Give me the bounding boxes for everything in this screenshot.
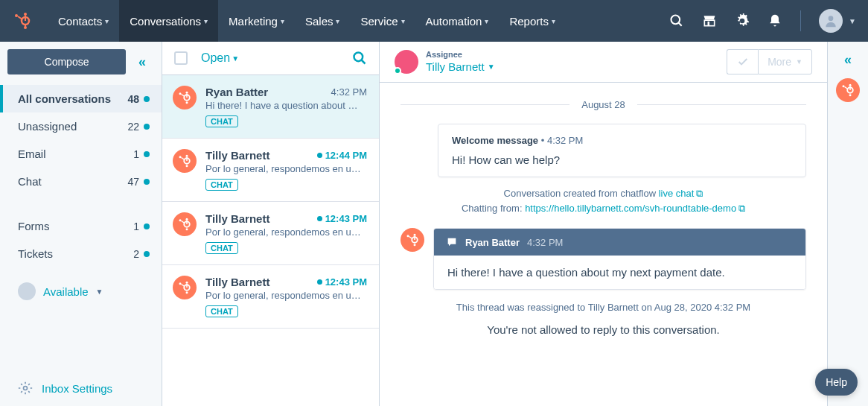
chevron-down-icon: ▼	[849, 17, 856, 25]
svg-point-11	[829, 16, 834, 21]
conversation-preview: Por lo general, respondemos en u…	[205, 163, 367, 174]
sidebar-item-email[interactable]: Email1	[0, 140, 162, 168]
svg-point-41	[407, 235, 409, 237]
reassignment-notice: This thread was reassigned to Tilly Barn…	[401, 302, 806, 313]
svg-line-8	[679, 23, 682, 26]
conversation-list-header: Open ▼	[162, 42, 379, 75]
svg-point-18	[186, 101, 188, 104]
conversation-detail: Assignee Tilly Barnett ▼ More ▼	[380, 42, 828, 406]
chevron-down-icon: ▾	[552, 17, 555, 25]
conversation-item[interactable]: Tilly Barnett12:43 PMPor lo general, res…	[162, 202, 379, 265]
contact-avatar[interactable]	[836, 78, 860, 102]
inbox-settings-link[interactable]: Inbox Settings	[0, 369, 162, 406]
more-button[interactable]: More ▼	[758, 49, 812, 74]
svg-point-47	[843, 85, 845, 87]
nav-contacts[interactable]: Contacts▾	[48, 0, 119, 42]
assignee-selector[interactable]: Assignee Tilly Barnett ▼	[395, 50, 495, 74]
message-header: Ryan Batter 4:32 PM	[434, 229, 805, 256]
search-icon[interactable]	[669, 13, 684, 28]
svg-point-36	[186, 291, 188, 294]
nav-label: Service	[360, 15, 398, 28]
sidebar-item-forms[interactable]: Forms1	[0, 212, 162, 240]
sidebar-item-chat[interactable]: Chat47	[0, 168, 162, 195]
avatar-icon	[18, 282, 36, 300]
chevron-down-icon: ▼	[96, 288, 103, 296]
welcome-message-card: Welcome message • 4:32 PM Hi! How can we…	[438, 124, 806, 177]
conversation-item[interactable]: Ryan Batter4:32 PMHi there! I have a que…	[162, 75, 379, 139]
conversation-list-column: Open ▼ Ryan Batter4:32 PMHi there! I hav…	[162, 42, 380, 406]
svg-point-28	[186, 218, 188, 221]
unread-dot	[317, 279, 322, 285]
expand-panel-icon[interactable]: «	[844, 52, 852, 68]
reply-restriction: You're not allowed to reply to this conv…	[401, 323, 806, 336]
nav-service[interactable]: Service▾	[350, 0, 415, 42]
help-button[interactable]: Help	[815, 369, 858, 396]
nav-automation[interactable]: Automation▾	[415, 0, 500, 42]
message-time: 4:32 PM	[527, 237, 563, 248]
chevron-down-icon: ▾	[336, 17, 339, 25]
svg-point-16	[186, 92, 188, 94]
svg-line-26	[182, 158, 185, 160]
sidebar-item-count: 22	[127, 121, 139, 133]
conversation-time: 12:44 PM	[317, 150, 367, 161]
sidebar-item-label: Forms	[18, 220, 50, 232]
chevron-down-icon: ▾	[105, 17, 109, 25]
external-link-icon: ⧉	[696, 188, 703, 200]
bell-icon[interactable]	[768, 13, 782, 28]
conversation-avatar	[173, 212, 197, 236]
nav-marketing[interactable]: Marketing▾	[218, 0, 295, 42]
gear-icon	[18, 381, 33, 396]
svg-point-35	[179, 282, 182, 285]
welcome-message-time: 4:32 PM	[547, 135, 583, 146]
gear-icon[interactable]	[735, 13, 750, 28]
chatting-from-link[interactable]: https://hello.tillybarnett.com/svh-round…	[525, 203, 736, 214]
chatflow-meta: Conversation created from chatflow live …	[401, 188, 806, 200]
sidebar-item-label: Chat	[18, 175, 42, 188]
nav-reports[interactable]: Reports▾	[499, 0, 566, 42]
nav-sales[interactable]: Sales▾	[295, 0, 351, 42]
status-filter[interactable]: Open ▼	[201, 51, 239, 65]
status-filter-label: Open	[201, 51, 230, 65]
detail-header: Assignee Tilly Barnett ▼ More ▼	[380, 42, 827, 83]
chevron-down-icon: ▾	[401, 17, 405, 25]
marketplace-icon[interactable]	[702, 13, 717, 28]
mark-done-button[interactable]	[727, 49, 758, 74]
conversation-list: Ryan Batter4:32 PMHi there! I have a que…	[162, 75, 379, 406]
sidebar-item-unassigned[interactable]: Unassigned22	[0, 112, 162, 140]
conversation-time: 4:32 PM	[331, 86, 367, 98]
availability-toggle[interactable]: Available ▼	[0, 275, 162, 308]
svg-point-7	[671, 16, 680, 25]
chevron-down-icon: ▾	[485, 17, 488, 25]
conversation-item[interactable]: Tilly Barnett12:44 PMPor lo general, res…	[162, 139, 379, 202]
svg-point-30	[186, 228, 188, 230]
unread-dot	[144, 223, 150, 229]
sidebar-item-label: Tickets	[18, 247, 53, 260]
chatflow-link[interactable]: live chat	[659, 188, 695, 199]
collapse-sidebar-icon[interactable]: «	[132, 51, 153, 72]
nav-divider	[800, 10, 801, 31]
account-menu[interactable]: ▼	[819, 9, 856, 33]
nav-conversations[interactable]: Conversations▾	[119, 0, 218, 42]
svg-point-40	[414, 234, 416, 236]
assignee-label: Assignee	[426, 50, 495, 60]
chevron-down-icon: ▼	[796, 58, 802, 66]
hubspot-logo[interactable]	[12, 10, 33, 31]
sidebar: Compose « All conversations48Unassigned2…	[0, 42, 162, 406]
nav-label: Conversations	[130, 15, 201, 28]
conversation-avatar	[173, 276, 197, 299]
svg-line-38	[182, 285, 185, 287]
svg-point-1	[24, 13, 27, 16]
sidebar-item-count: 47	[127, 176, 139, 188]
compose-button[interactable]: Compose	[7, 49, 126, 74]
welcome-message-label: Welcome message	[452, 135, 538, 146]
svg-point-48	[849, 94, 852, 96]
search-icon[interactable]	[352, 51, 367, 66]
select-all-checkbox[interactable]	[174, 51, 188, 65]
conversation-item[interactable]: Tilly Barnett12:43 PMPor lo general, res…	[162, 265, 379, 329]
sidebar-item-tickets[interactable]: Tickets2	[0, 240, 162, 267]
svg-point-12	[24, 387, 28, 390]
sidebar-item-all-conversations[interactable]: All conversations48	[0, 85, 162, 112]
detail-body: August 28 Welcome message • 4:32 PM Hi! …	[380, 83, 827, 406]
svg-line-50	[845, 87, 849, 89]
chevron-down-icon: ▼	[232, 54, 239, 63]
